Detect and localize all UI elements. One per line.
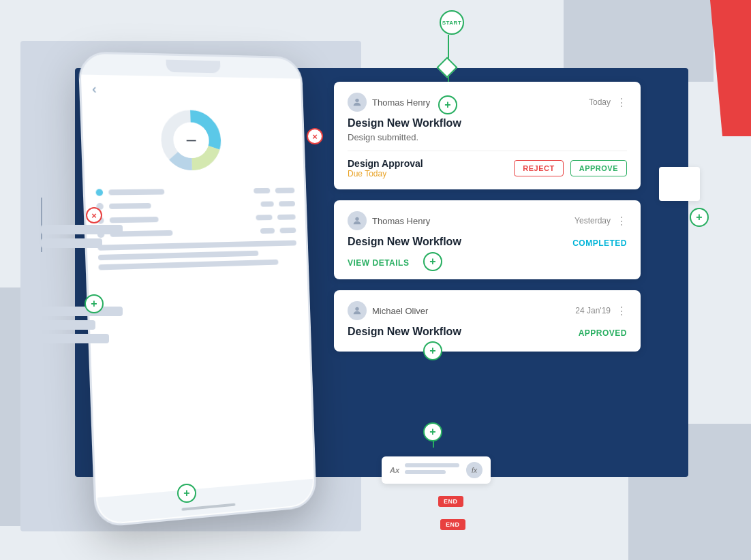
card1-desc: Design submitted.: [348, 132, 627, 142]
card1-user-name: Thomas Henry: [372, 97, 430, 108]
donut-chart: —: [155, 106, 226, 174]
process-block-left-1: [41, 225, 123, 234]
end-node-bottom: END: [440, 519, 465, 530]
ax-label: Ax: [390, 466, 399, 474]
phone-notch: [166, 60, 221, 74]
process-block-left-2: [41, 238, 102, 248]
card3-status-badge: APPROVED: [579, 328, 627, 338]
svg-text:—: —: [186, 135, 196, 146]
card1-divider: [348, 151, 627, 151]
formula-block: Ax fx: [382, 456, 491, 484]
card1-user: Thomas Henry: [348, 93, 430, 112]
fx-label: fx: [472, 467, 477, 474]
svg-point-6: [355, 99, 358, 102]
card2-bottom: Design New Workflow COMPLETED: [348, 236, 627, 251]
card2-status-badge: COMPLETED: [572, 238, 627, 248]
card2-header: Thomas Henry Yesterday ⋮: [348, 211, 627, 230]
end-label-bottom: END: [446, 521, 460, 528]
phone-back-btn[interactable]: ‹: [92, 82, 292, 99]
plus-icon-between-2-3: +: [429, 345, 435, 357]
end-label-top: END: [444, 498, 458, 505]
svg-point-8: [355, 307, 358, 311]
process-block-right: [659, 167, 700, 201]
plus-node-left[interactable]: +: [85, 294, 104, 313]
card3-date: 24 Jan'19: [575, 306, 611, 315]
card1-actions: REJECT APPROVE: [514, 160, 627, 176]
bg-red-accent: [710, 0, 751, 136]
card3-dots-icon[interactable]: ⋮: [616, 305, 627, 317]
formula-icon: Ax: [390, 466, 399, 474]
plus-node-between-1-2[interactable]: +: [423, 252, 442, 271]
phone-screen: ‹ —: [81, 75, 314, 498]
svg-point-7: [355, 217, 358, 221]
card1-approval-info: Design Approval Due Today: [348, 158, 423, 178]
workflow-card-2: Thomas Henry Yesterday ⋮ Design New Work…: [334, 200, 641, 279]
plus-icon-left: +: [91, 298, 97, 310]
card1-meta-right: Today ⋮: [589, 96, 627, 109]
phone-bar-group-1: [108, 188, 248, 195]
cards-area: Thomas Henry Today ⋮ Design New Workflow…: [334, 82, 641, 362]
card1-header: Thomas Henry Today ⋮: [348, 93, 627, 112]
plus-node-right[interactable]: +: [690, 208, 709, 227]
card1-avatar: [348, 93, 367, 112]
phone-body: ‹ —: [78, 51, 316, 528]
card1-date: Today: [589, 97, 611, 107]
plus-node-top[interactable]: +: [438, 95, 457, 114]
card3-bottom: Design New Workflow APPROVED: [348, 326, 627, 341]
card3-header: Michael Oliver 24 Jan'19 ⋮: [348, 301, 627, 320]
phone-container: ‹ —: [78, 51, 316, 528]
phone-list-row-1: [95, 187, 294, 196]
plus-icon-right: +: [696, 211, 702, 223]
process-block-left-5: [27, 334, 109, 343]
card2-meta-right: Yesterday ⋮: [574, 215, 627, 228]
phone-home-indicator: [181, 503, 235, 511]
reject-button[interactable]: REJECT: [514, 160, 563, 176]
x-node-card[interactable]: ×: [307, 128, 323, 144]
plus-node-bottom-left[interactable]: +: [177, 484, 196, 503]
phone-list-row-2: [96, 200, 295, 210]
card2-view-details[interactable]: VIEW DETAILS: [348, 258, 409, 268]
process-block-left-4: [27, 320, 95, 330]
card2-title: Design New Workflow: [348, 236, 461, 248]
plus-icon-between-1-2: +: [429, 255, 435, 268]
card1-approval-title: Design Approval: [348, 158, 423, 169]
card1-bottom: Design Approval Due Today REJECT APPROVE: [348, 158, 627, 178]
x-icon-card: ×: [312, 131, 318, 142]
card1-title: Design New Workflow: [348, 117, 627, 129]
phone-list-row-4: [97, 227, 296, 238]
card2-date: Yesterday: [574, 216, 611, 225]
workflow-card-1: Thomas Henry Today ⋮ Design New Workflow…: [334, 82, 641, 189]
x-node-left[interactable]: ×: [86, 207, 102, 223]
phone-list-items: [95, 187, 296, 270]
end-node-top: END: [438, 496, 463, 507]
phone-dot-1: [95, 189, 103, 196]
plus-icon-below-cards: +: [429, 426, 435, 438]
plus-node-between-2-3[interactable]: +: [423, 341, 442, 360]
plus-icon-bottom-left: +: [183, 487, 189, 499]
start-node: START: [440, 10, 464, 35]
card1-due-label: Due Today: [348, 169, 423, 178]
card3-user: Michael Oliver: [348, 301, 428, 320]
x-icon-left: ×: [91, 211, 97, 221]
card1-dots-icon[interactable]: ⋮: [616, 96, 627, 109]
workflow-card-3: Michael Oliver 24 Jan'19 ⋮ Design New Wo…: [334, 290, 641, 352]
start-label: START: [442, 20, 462, 26]
formula-bar-group: [405, 463, 461, 477]
card2-user: Thomas Henry: [348, 211, 430, 230]
card2-user-name: Thomas Henry: [372, 216, 430, 226]
phone-chart-area: —: [93, 105, 294, 175]
process-block-left-3: [27, 307, 123, 316]
card3-meta-right: 24 Jan'19 ⋮: [575, 305, 627, 317]
formula-circle: fx: [466, 462, 482, 478]
card3-user-name: Michael Oliver: [372, 306, 428, 316]
plus-icon-top: +: [444, 99, 450, 111]
card3-avatar: [348, 301, 367, 320]
card2-dots-icon[interactable]: ⋮: [616, 215, 627, 228]
card3-title: Design New Workflow: [348, 326, 461, 338]
card2-avatar: [348, 211, 367, 230]
approve-button[interactable]: APPROVE: [570, 160, 627, 176]
plus-node-below-cards[interactable]: +: [423, 422, 442, 441]
phone-list-row-3: [97, 214, 296, 224]
